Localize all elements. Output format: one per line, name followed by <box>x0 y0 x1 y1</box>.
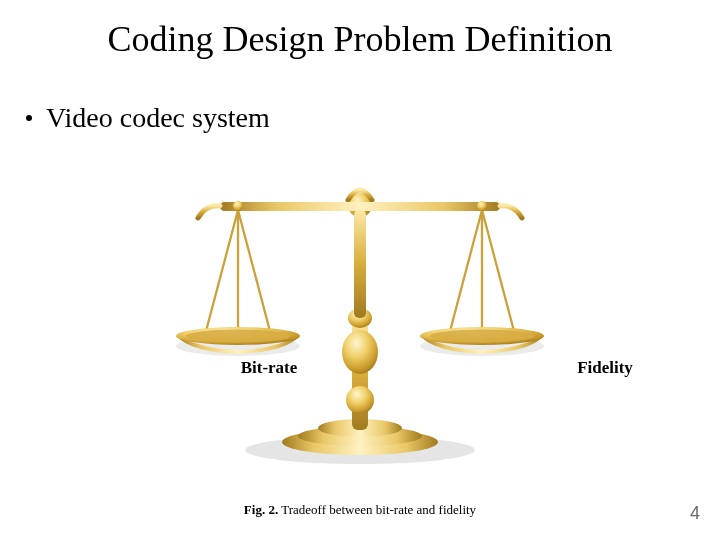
figure-number: Fig. 2. <box>244 502 278 517</box>
bullet-item: Video codec system <box>26 102 270 134</box>
bullet-dot <box>26 115 32 121</box>
label-fidelity: Fidelity <box>545 358 665 378</box>
figure-caption: Fig. 2. Tradeoff between bit-rate and fi… <box>0 502 720 518</box>
svg-line-15 <box>482 210 515 335</box>
svg-line-11 <box>205 210 238 335</box>
slide: Coding Design Problem Definition Video c… <box>0 0 720 540</box>
svg-point-22 <box>430 330 534 343</box>
svg-rect-10 <box>354 210 366 318</box>
svg-line-14 <box>449 210 482 335</box>
label-bit-rate: Bit-rate <box>209 358 329 378</box>
svg-point-5 <box>342 330 378 374</box>
svg-point-19 <box>186 330 290 343</box>
balance-scale-icon <box>135 150 585 470</box>
page-number: 4 <box>690 503 700 524</box>
svg-point-24 <box>477 201 487 211</box>
svg-line-12 <box>238 210 271 335</box>
figure-caption-text: Tradeoff between bit-rate and fidelity <box>281 502 476 517</box>
svg-rect-9 <box>220 202 500 211</box>
svg-point-23 <box>233 201 243 211</box>
slide-title: Coding Design Problem Definition <box>0 18 720 60</box>
svg-point-7 <box>346 386 374 414</box>
balance-scale-figure: Bit-rate Fidelity <box>135 150 585 470</box>
bullet-text: Video codec system <box>46 102 270 134</box>
